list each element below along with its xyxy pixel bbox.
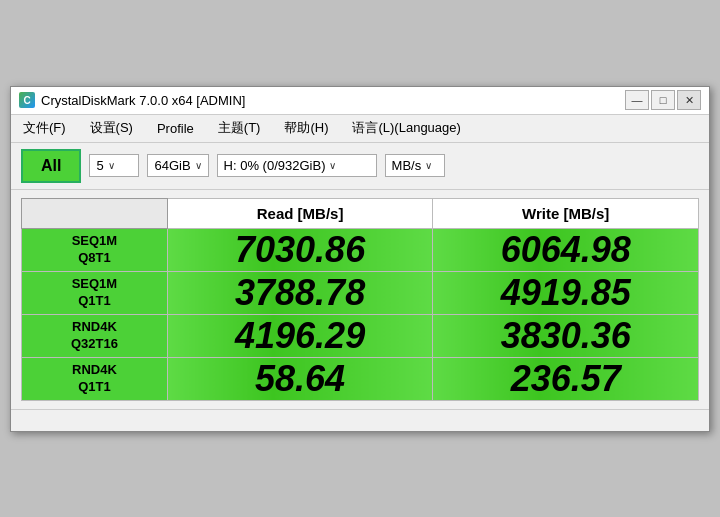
units-arrow: ∨ [425, 160, 432, 171]
col-read-header: Read [MB/s] [167, 198, 433, 228]
main-window: C CrystalDiskMark 7.0.0 x64 [ADMIN] — □ … [10, 86, 710, 432]
main-content: Read [MB/s] Write [MB/s] SEQ1MQ8T17030.8… [11, 190, 709, 409]
read-value-cell: 4196.29 [167, 314, 433, 357]
size-value: 64GiB [154, 158, 190, 173]
table-row: SEQ1MQ1T13788.784919.85 [22, 271, 699, 314]
toolbar: All 5 ∨ 64GiB ∨ H: 0% (0/932GiB) ∨ MB/s … [11, 143, 709, 190]
menu-bar: 文件(F) 设置(S) Profile 主题(T) 帮助(H) 语言(L)(La… [11, 115, 709, 143]
menu-help[interactable]: 帮助(H) [280, 117, 332, 139]
table-row: SEQ1MQ8T17030.866064.98 [22, 228, 699, 271]
title-bar: C CrystalDiskMark 7.0.0 x64 [ADMIN] — □ … [11, 87, 709, 115]
all-button[interactable]: All [21, 149, 81, 183]
count-dropdown[interactable]: 5 ∨ [89, 154, 139, 177]
write-value-cell: 6064.98 [433, 228, 699, 271]
menu-profile[interactable]: Profile [153, 119, 198, 138]
table-row: RND4KQ32T164196.293830.36 [22, 314, 699, 357]
title-bar-left: C CrystalDiskMark 7.0.0 x64 [ADMIN] [19, 92, 245, 108]
menu-theme[interactable]: 主题(T) [214, 117, 265, 139]
close-button[interactable]: ✕ [677, 90, 701, 110]
table-row: RND4KQ1T158.64236.57 [22, 357, 699, 400]
write-value-cell: 236.57 [433, 357, 699, 400]
units-value: MB/s [392, 158, 422, 173]
count-value: 5 [96, 158, 103, 173]
size-arrow: ∨ [195, 160, 202, 171]
window-title: CrystalDiskMark 7.0.0 x64 [ADMIN] [41, 93, 245, 108]
label-cell: SEQ1MQ1T1 [22, 271, 168, 314]
label-cell: SEQ1MQ8T1 [22, 228, 168, 271]
label-cell: RND4KQ1T1 [22, 357, 168, 400]
drive-value: H: 0% (0/932GiB) [224, 158, 326, 173]
title-controls: — □ ✕ [625, 90, 701, 110]
status-bar [11, 409, 709, 431]
read-value-cell: 3788.78 [167, 271, 433, 314]
write-value-cell: 4919.85 [433, 271, 699, 314]
menu-language[interactable]: 语言(L)(Language) [348, 117, 464, 139]
drive-arrow: ∨ [329, 160, 336, 171]
label-cell: RND4KQ32T16 [22, 314, 168, 357]
menu-settings[interactable]: 设置(S) [86, 117, 137, 139]
read-value-cell: 7030.86 [167, 228, 433, 271]
read-value-cell: 58.64 [167, 357, 433, 400]
drive-dropdown[interactable]: H: 0% (0/932GiB) ∨ [217, 154, 377, 177]
write-value-cell: 3830.36 [433, 314, 699, 357]
col-write-header: Write [MB/s] [433, 198, 699, 228]
results-table: Read [MB/s] Write [MB/s] SEQ1MQ8T17030.8… [21, 198, 699, 401]
menu-file[interactable]: 文件(F) [19, 117, 70, 139]
minimize-button[interactable]: — [625, 90, 649, 110]
count-arrow: ∨ [108, 160, 115, 171]
size-dropdown[interactable]: 64GiB ∨ [147, 154, 208, 177]
col-empty [22, 198, 168, 228]
app-icon: C [19, 92, 35, 108]
units-dropdown[interactable]: MB/s ∨ [385, 154, 445, 177]
maximize-button[interactable]: □ [651, 90, 675, 110]
